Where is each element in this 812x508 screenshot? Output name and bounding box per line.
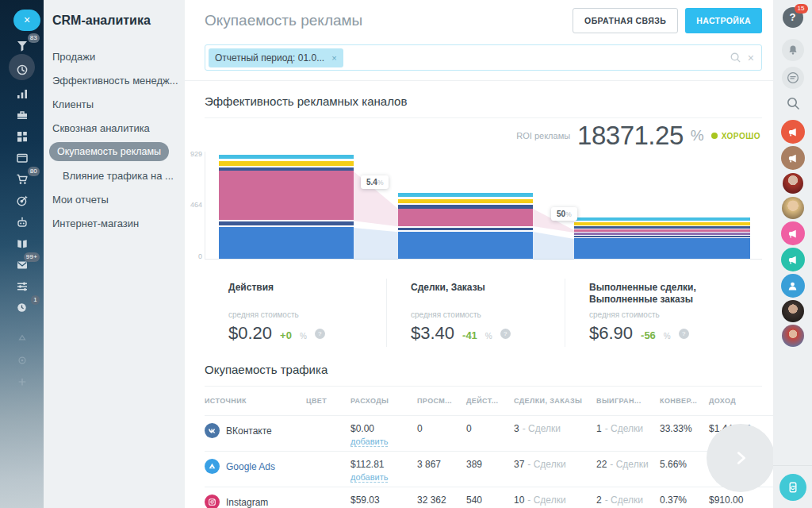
sidebar-item-clients[interactable]: Клиенты	[44, 92, 185, 116]
rail-item-more-1[interactable]	[0, 328, 44, 349]
col-won[interactable]: ВЫИГРАН...	[596, 397, 660, 405]
chat-item-avatar[interactable]	[783, 173, 803, 194]
robot-icon	[16, 216, 29, 229]
filter-chip-period[interactable]: Отчетный период: 01.0... ×	[209, 48, 343, 67]
views-value: 32 362	[417, 495, 466, 506]
roi-value: 18371.25	[577, 121, 684, 151]
sidebar-item-traffic-influence[interactable]: Влияние трафика на ...	[44, 164, 185, 187]
deals-suffix: - Сделки	[527, 495, 565, 506]
sidebar-item-ad-payback[interactable]: Окупаемость рекламы	[44, 140, 185, 164]
add-expenses-link[interactable]: добавить	[350, 472, 388, 483]
rail-item-funnel[interactable]: 83	[0, 35, 44, 56]
funnel-bar-stage-1[interactable]	[219, 155, 354, 259]
rail-item-tasks[interactable]: 1	[0, 297, 44, 318]
col-income[interactable]: ДОХОД	[709, 397, 773, 405]
table-header-row: ИСТОЧНИК ЦВЕТ РАСХОДЫ ПРОСМ... ДЕЙСТ... …	[205, 387, 773, 415]
col-conversion[interactable]: КОНВЕР...	[660, 397, 709, 405]
sidebar-item-end-to-end-analytics[interactable]: Сквозная аналитика	[44, 116, 185, 140]
info-icon[interactable]: ?	[679, 329, 689, 339]
notifications-button[interactable]	[782, 39, 804, 61]
funnel-flow-blue	[533, 232, 574, 260]
table-scroll-next-button[interactable]	[707, 424, 773, 492]
google-ads-icon	[205, 459, 220, 474]
messenger-button[interactable]	[782, 67, 804, 89]
rail-item-shop[interactable]: 80	[0, 168, 44, 190]
rail-item-market[interactable]	[0, 233, 44, 254]
funnel-bar-stage-3[interactable]	[574, 217, 750, 259]
search-button[interactable]	[786, 96, 800, 110]
megaphone-icon	[781, 120, 805, 144]
rail-item-more-3[interactable]	[0, 371, 44, 392]
chat-item-user[interactable]	[781, 274, 805, 298]
table-row[interactable]: ВКонтакте $0.00 добавить 0 0 3- Сделки 1…	[205, 415, 773, 451]
chip-close-icon[interactable]: ×	[331, 53, 336, 63]
info-icon[interactable]: ?	[315, 329, 325, 339]
expenses-value: $59.03	[350, 495, 380, 506]
source-name[interactable]: Instagram	[226, 497, 268, 508]
roi-status-badge: ХОРОШО	[711, 132, 760, 140]
rail-item-apps[interactable]	[0, 125, 44, 147]
close-menu-button[interactable]: ×	[13, 10, 40, 31]
expenses-value: $0.00	[350, 423, 374, 434]
traffic-table: ИСТОЧНИК ЦВЕТ РАСХОДЫ ПРОСМ... ДЕЙСТ... …	[205, 387, 773, 508]
views-value: 0	[417, 423, 466, 434]
mobile-export-button[interactable]	[779, 474, 806, 501]
col-views[interactable]: ПРОСМ...	[417, 397, 466, 405]
chat-item-avatar[interactable]	[782, 300, 804, 322]
chat-item-avatar[interactable]	[782, 325, 804, 347]
rail-item-marketing[interactable]	[0, 190, 44, 211]
chat-item-broadcast-brown[interactable]	[781, 146, 805, 170]
filter-search-bar[interactable]: Отчетный период: 01.0... × ×	[205, 44, 762, 71]
funnel-bar-stage-2[interactable]	[398, 193, 533, 259]
chat-item-broadcast-pink[interactable]	[781, 221, 805, 245]
col-deals[interactable]: СДЕЛКИ, ЗАКАЗЫ	[514, 397, 596, 405]
roi-status-text: ХОРОШО	[722, 132, 760, 140]
info-icon[interactable]: ?	[500, 329, 511, 339]
source-name[interactable]: Google Ads	[226, 461, 275, 472]
rail-item-more-2[interactable]	[0, 349, 44, 371]
add-expenses-link[interactable]: добавить	[350, 437, 388, 447]
chat-item-broadcast-teal[interactable]	[781, 248, 805, 271]
rail-item-mail[interactable]: 99+	[0, 254, 44, 275]
chevron-right-icon	[732, 449, 749, 467]
rail-badge: 99+	[24, 252, 40, 262]
won-count: 22	[596, 459, 607, 470]
y-tick: 464	[185, 201, 202, 209]
settings-button[interactable]: НАСТРОЙКА	[685, 8, 762, 33]
rail-item-sales[interactable]	[0, 104, 44, 125]
col-actions[interactable]: ДЕЙСТ...	[466, 397, 514, 405]
chat-item-broadcast-orange[interactable]	[781, 120, 805, 144]
stage-card-deals: Сделки, Заказы средняя стоимость $3.40 -…	[386, 279, 565, 347]
search-icon[interactable]	[730, 52, 741, 64]
sidebar-item-sales[interactable]: Продажи	[44, 44, 185, 68]
col-expenses[interactable]: РАСХОДЫ	[350, 397, 417, 405]
rail-item-reports[interactable]	[0, 83, 44, 104]
roi-label: ROI рекламы	[516, 131, 570, 140]
rail-item-sites[interactable]	[0, 147, 44, 168]
share-icon	[17, 333, 28, 344]
source-name[interactable]: ВКонтакте	[226, 425, 272, 437]
won-count: 2	[596, 495, 602, 506]
stage-card-subtitle: средняя стоимость	[228, 310, 380, 319]
help-button[interactable]: ? 15	[783, 7, 803, 28]
sidebar-item-online-store[interactable]: Интернет-магазин	[44, 211, 185, 235]
sidebar-item-my-reports[interactable]: Мои отчеты	[44, 187, 185, 211]
rail-item-time[interactable]	[0, 56, 44, 83]
clock-small-icon	[16, 302, 28, 314]
stage-card-subtitle: средняя стоимость	[589, 310, 756, 319]
col-color[interactable]: ЦВЕТ	[306, 397, 350, 405]
rail-item-settings[interactable]	[0, 275, 44, 297]
chat-item-avatar[interactable]	[782, 197, 804, 219]
rail-item-assistant[interactable]	[0, 211, 44, 233]
sidebar-item-manager-efficiency[interactable]: Эффективность менедж...	[44, 68, 185, 92]
feedback-button[interactable]: ОБРАТНАЯ СВЯЗЬ	[573, 8, 678, 33]
status-dot-icon	[711, 133, 718, 139]
traffic-section-title: Окупаемость трафика	[205, 363, 762, 387]
table-row[interactable]: Google Ads $112.81 добавить 3 867 389 37…	[205, 451, 773, 487]
col-source[interactable]: ИСТОЧНИК	[205, 397, 306, 405]
y-tick: 0	[185, 252, 202, 260]
clear-filter-icon[interactable]: ×	[748, 52, 754, 64]
person-icon	[781, 274, 805, 298]
megaphone-icon	[781, 146, 805, 170]
table-row[interactable]: Instagram $59.03 добавить 32 362 540 10-…	[205, 487, 773, 508]
